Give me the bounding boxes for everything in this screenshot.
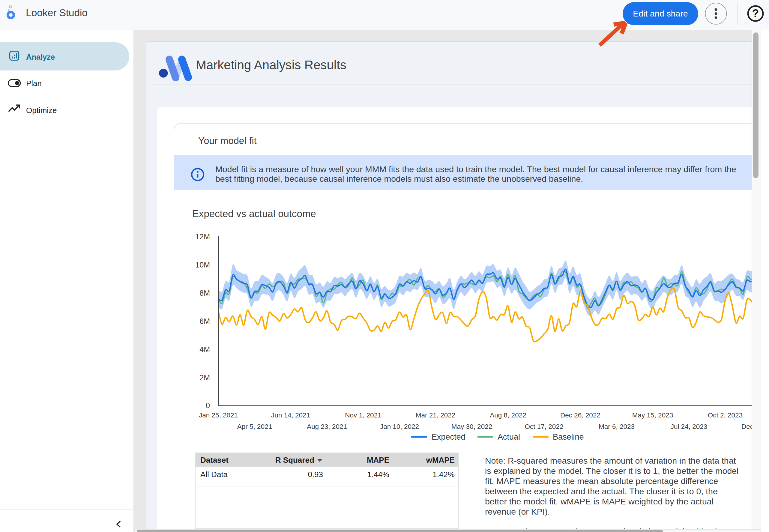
svg-text:Dec 26, 2022: Dec 26, 2022 [560,411,600,419]
svg-text:6M: 6M [199,317,210,325]
svg-text:Aug 23, 2021: Aug 23, 2021 [307,423,347,430]
svg-text:Mar 6, 2023: Mar 6, 2023 [599,423,635,430]
svg-text:May 30, 2022: May 30, 2022 [451,423,492,430]
svg-text:Oct 17, 2022: Oct 17, 2022 [525,423,564,430]
svg-text:10M: 10M [195,261,210,269]
svg-text:8M: 8M [199,289,210,297]
svg-text:Baseline: Baseline [553,432,584,441]
svg-text:0: 0 [206,401,210,410]
svg-text:Jan 25, 2021: Jan 25, 2021 [199,411,238,419]
svg-text:Dec 11, 2023: Dec 11, 2023 [741,423,752,430]
svg-text:12M: 12M [195,232,210,241]
svg-text:Aug 8, 2022: Aug 8, 2022 [490,411,526,419]
svg-text:Jan 10, 2022: Jan 10, 2022 [380,423,419,430]
svg-text:4M: 4M [199,345,210,354]
svg-text:2M: 2M [199,373,210,382]
svg-text:Expected: Expected [432,432,465,441]
svg-text:Jun 14, 2021: Jun 14, 2021 [271,411,310,419]
svg-text:Oct 2, 2023: Oct 2, 2023 [708,411,743,419]
svg-text:Jul 24, 2023: Jul 24, 2023 [671,423,708,430]
svg-text:Mar 21, 2022: Mar 21, 2022 [416,411,456,419]
svg-text:?: ? [752,7,759,19]
svg-text:Apr 5, 2021: Apr 5, 2021 [237,423,272,430]
svg-text:Nov 1, 2021: Nov 1, 2021 [345,411,381,419]
svg-text:Actual: Actual [498,432,520,441]
svg-text:May 15, 2023: May 15, 2023 [632,411,673,419]
